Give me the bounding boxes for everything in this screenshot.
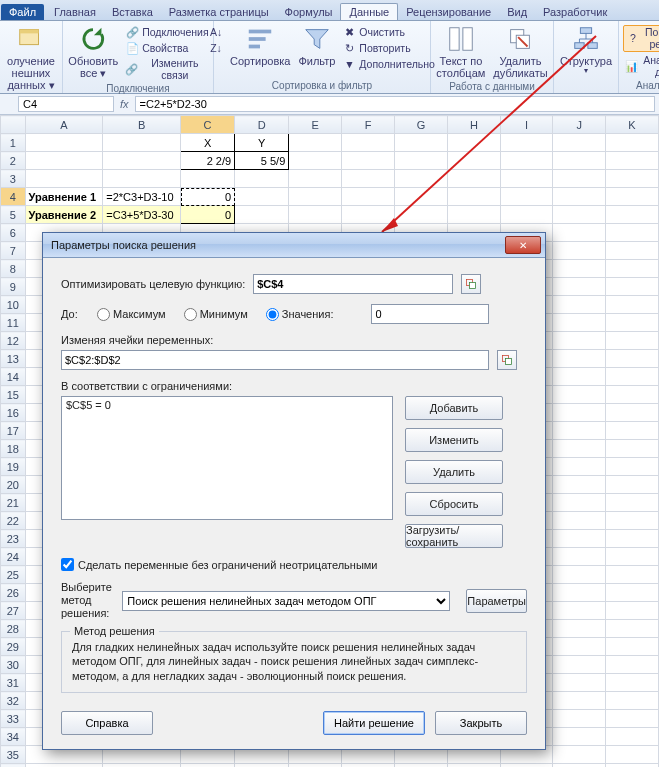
- col-header[interactable]: A: [25, 116, 103, 134]
- col-header[interactable]: D: [235, 116, 289, 134]
- cell[interactable]: [606, 422, 659, 440]
- cell[interactable]: =C3+5*D3-30: [103, 206, 181, 224]
- cell[interactable]: [500, 764, 553, 768]
- row-header[interactable]: 27: [1, 602, 26, 620]
- params-button[interactable]: Параметры: [466, 589, 527, 613]
- row-header[interactable]: 30: [1, 656, 26, 674]
- sort-button[interactable]: Сортировка: [227, 23, 293, 68]
- cell[interactable]: [606, 296, 659, 314]
- row-header[interactable]: 15: [1, 386, 26, 404]
- change-constraint-button[interactable]: Изменить: [405, 428, 503, 452]
- row-header[interactable]: 8: [1, 260, 26, 278]
- cell[interactable]: [553, 530, 606, 548]
- row-header[interactable]: 24: [1, 548, 26, 566]
- cell[interactable]: [606, 620, 659, 638]
- add-constraint-button[interactable]: Добавить: [405, 396, 503, 420]
- tab-file[interactable]: Файл: [1, 4, 44, 20]
- row-header[interactable]: 16: [1, 404, 26, 422]
- load-save-button[interactable]: Загрузить/сохранить: [405, 524, 503, 548]
- row-header[interactable]: 23: [1, 530, 26, 548]
- cell[interactable]: [606, 278, 659, 296]
- cell[interactable]: [553, 494, 606, 512]
- cell[interactable]: [606, 566, 659, 584]
- cell[interactable]: [553, 260, 606, 278]
- row-header[interactable]: 36: [1, 764, 26, 768]
- col-header[interactable]: K: [606, 116, 659, 134]
- cell[interactable]: [103, 764, 181, 768]
- cell[interactable]: Y: [235, 134, 289, 152]
- reapply-button[interactable]: ↻Повторить: [340, 41, 437, 57]
- cell[interactable]: [606, 440, 659, 458]
- row-header[interactable]: 7: [1, 242, 26, 260]
- cell[interactable]: [553, 710, 606, 728]
- sort-az-button[interactable]: A↓: [207, 25, 225, 41]
- row-header[interactable]: 14: [1, 368, 26, 386]
- dialog-titlebar[interactable]: Параметры поиска решения ✕: [43, 233, 545, 258]
- cell[interactable]: [553, 476, 606, 494]
- row-header[interactable]: 22: [1, 512, 26, 530]
- data-analysis-button[interactable]: 📊Анализ да: [623, 54, 659, 79]
- connections-button[interactable]: 🔗Подключения: [123, 25, 210, 41]
- remove-duplicates-button[interactable]: Удалить дубликаты: [490, 23, 550, 80]
- cell[interactable]: [606, 494, 659, 512]
- cell[interactable]: [606, 692, 659, 710]
- cell[interactable]: [235, 764, 289, 768]
- cell[interactable]: [606, 260, 659, 278]
- cell[interactable]: [606, 332, 659, 350]
- cell[interactable]: [606, 746, 659, 764]
- col-header[interactable]: B: [103, 116, 181, 134]
- changing-cells-input[interactable]: [61, 350, 489, 370]
- cell[interactable]: [606, 764, 659, 768]
- cell[interactable]: [606, 458, 659, 476]
- cell[interactable]: [606, 602, 659, 620]
- row-header[interactable]: 6: [1, 224, 26, 242]
- cell[interactable]: [553, 728, 606, 746]
- row-header[interactable]: 3: [1, 170, 26, 188]
- col-header[interactable]: G: [394, 116, 447, 134]
- cell[interactable]: [553, 566, 606, 584]
- fx-icon[interactable]: fx: [114, 98, 135, 110]
- constraint-item[interactable]: $C$5 = 0: [66, 399, 388, 411]
- row-header[interactable]: 33: [1, 710, 26, 728]
- cell[interactable]: [606, 548, 659, 566]
- row-header[interactable]: 20: [1, 476, 26, 494]
- row-header[interactable]: 34: [1, 728, 26, 746]
- tab-review[interactable]: Рецензирование: [398, 4, 499, 20]
- cell[interactable]: X: [181, 134, 235, 152]
- cell[interactable]: [606, 584, 659, 602]
- cell[interactable]: [553, 746, 606, 764]
- opt-value-radio[interactable]: Значения:: [266, 308, 334, 321]
- cell[interactable]: [394, 764, 447, 768]
- cell[interactable]: [553, 764, 606, 768]
- row-header[interactable]: 13: [1, 350, 26, 368]
- cell[interactable]: 2 2/9: [181, 152, 235, 170]
- cell[interactable]: [553, 332, 606, 350]
- row-header[interactable]: 18: [1, 440, 26, 458]
- cell[interactable]: [553, 314, 606, 332]
- row-header[interactable]: 31: [1, 674, 26, 692]
- cell[interactable]: [553, 386, 606, 404]
- cell[interactable]: [553, 368, 606, 386]
- col-header[interactable]: J: [553, 116, 606, 134]
- value-input[interactable]: [371, 304, 489, 324]
- cell[interactable]: [553, 404, 606, 422]
- cell[interactable]: [553, 278, 606, 296]
- cell[interactable]: [553, 242, 606, 260]
- row-header[interactable]: 11: [1, 314, 26, 332]
- cell[interactable]: [553, 692, 606, 710]
- row-header[interactable]: 35: [1, 746, 26, 764]
- objective-input[interactable]: [253, 274, 453, 294]
- cell[interactable]: [606, 224, 659, 242]
- edit-links-button[interactable]: 🔗Изменить связи: [123, 57, 210, 82]
- select-all-corner[interactable]: [1, 116, 26, 134]
- cell[interactable]: [606, 512, 659, 530]
- name-box[interactable]: [18, 96, 114, 112]
- method-select[interactable]: Поиск решения нелинейных задач методом О…: [122, 591, 450, 611]
- sort-za-button[interactable]: Z↓: [207, 41, 225, 57]
- row-header[interactable]: 26: [1, 584, 26, 602]
- row-header[interactable]: 12: [1, 332, 26, 350]
- cell[interactable]: [553, 458, 606, 476]
- cell[interactable]: 0: [181, 206, 235, 224]
- range-picker-button[interactable]: [461, 274, 481, 294]
- cell[interactable]: =2*C3+D3-10: [103, 188, 181, 206]
